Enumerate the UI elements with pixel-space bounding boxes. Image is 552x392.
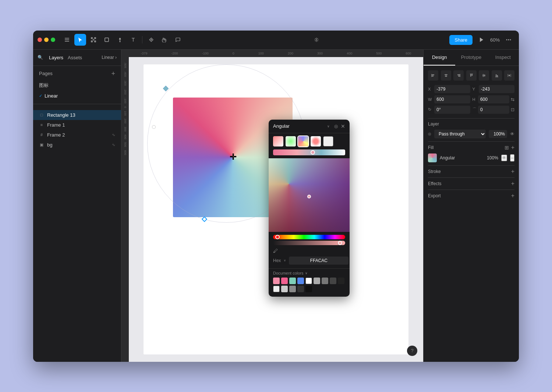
layer-item-rectangle13[interactable]: □ Rectangle 13	[33, 110, 121, 120]
blend-mode-select[interactable]: Pass through	[434, 130, 486, 138]
hand-tool-button[interactable]	[159, 34, 170, 46]
gradient-type-linear[interactable]	[273, 136, 283, 146]
corner-property: ⌒ ⊡	[473, 106, 515, 114]
color-picker-gradient-area[interactable]	[269, 158, 350, 232]
doc-swatch-8[interactable]	[338, 278, 344, 284]
color-picker-options-icon[interactable]: ◎	[334, 124, 338, 129]
effects-add-button[interactable]: +	[511, 181, 514, 187]
tab-design[interactable]: Design	[424, 50, 455, 66]
h-input[interactable]	[478, 95, 509, 103]
fill-add-plus-button[interactable]: +	[511, 145, 514, 151]
rotation-input[interactable]	[434, 106, 470, 114]
align-bottom-button[interactable]	[492, 70, 502, 81]
doc-swatch-7[interactable]	[330, 278, 336, 284]
align-left-button[interactable]	[428, 70, 438, 81]
doc-swatch-11[interactable]	[289, 286, 296, 292]
hex-input[interactable]	[289, 257, 348, 265]
gradient-type-diamond[interactable]	[311, 136, 321, 146]
layer-name-frame1: Frame 1	[47, 122, 115, 128]
hex-dropdown-icon[interactable]: ∨	[284, 259, 286, 262]
color-picker-title: Angular	[273, 123, 327, 129]
zoom-display[interactable]: 60%	[490, 37, 500, 43]
color-picker-chevron-icon: ∨	[327, 124, 330, 128]
document-colors-label[interactable]: Document colors ∨	[273, 271, 345, 275]
move-cursor-icon[interactable]: ✛	[230, 152, 236, 162]
svg-point-13	[506, 39, 507, 40]
doc-swatch-0[interactable]	[273, 278, 280, 284]
export-add-button[interactable]: +	[511, 193, 514, 199]
layer-item-frame1[interactable]: ≡ Frame 1	[33, 120, 121, 130]
y-input[interactable]	[479, 85, 514, 93]
doc-swatch-3[interactable]	[297, 278, 304, 284]
minimize-button[interactable]	[44, 38, 49, 42]
stroke-add-button[interactable]: +	[511, 169, 514, 174]
doc-swatch-12[interactable]	[297, 286, 304, 292]
layer-item-bg[interactable]: ▣ bg ∿	[33, 140, 121, 150]
traffic-lights	[38, 38, 55, 42]
tab-layers[interactable]: Layers	[49, 54, 63, 61]
align-right-button[interactable]	[453, 70, 464, 81]
doc-swatch-1[interactable]	[281, 278, 288, 284]
close-button[interactable]	[38, 38, 42, 42]
select-tool-button[interactable]	[74, 34, 86, 46]
expand-corners-button[interactable]: ⊡	[511, 107, 514, 112]
doc-swatch-10[interactable]	[281, 286, 288, 292]
hue-thumb[interactable]	[275, 235, 280, 239]
fill-swatch[interactable]	[428, 153, 437, 162]
title-right: Share 60%	[449, 34, 514, 46]
gradient-type-solid[interactable]	[323, 136, 333, 146]
fill-add-button[interactable]: ⊞	[505, 145, 509, 151]
fill-remove-button[interactable]: −	[510, 154, 514, 162]
w-input[interactable]	[434, 95, 470, 103]
layer-opacity-input[interactable]	[489, 130, 507, 138]
gradient-type-radial[interactable]	[286, 136, 296, 146]
tab-prototype[interactable]: Prototype	[455, 50, 487, 66]
comment-tool-button[interactable]	[172, 34, 184, 46]
doc-swatch-5[interactable]	[314, 278, 320, 284]
gradient-handle-arc[interactable]	[152, 125, 156, 129]
layer-visibility-icon[interactable]: 👁	[510, 131, 514, 137]
doc-swatch-9[interactable]	[273, 286, 280, 292]
eyedropper-icon[interactable]: 🖊	[273, 248, 278, 254]
gradient-stop-1[interactable]	[311, 150, 315, 155]
breadcrumb[interactable]: Linear ›	[102, 55, 117, 60]
shape-tool-button[interactable]	[101, 34, 113, 46]
hue-slider[interactable]	[273, 235, 345, 239]
menu-button[interactable]	[61, 34, 73, 46]
distribute-h-button[interactable]	[504, 70, 514, 81]
gradient-type-angular[interactable]	[298, 136, 308, 146]
alpha-thumb[interactable]	[338, 241, 342, 245]
maximize-button[interactable]	[51, 38, 55, 42]
tab-assets[interactable]: Assets	[68, 54, 82, 61]
canvas-area[interactable]: -379-200-1000100200300400500600 -505 -40…	[121, 50, 423, 362]
page-item-1[interactable]: ✓ Linear	[33, 91, 121, 101]
help-button[interactable]: ?	[407, 346, 417, 356]
pen-tool-button[interactable]	[114, 34, 126, 46]
page-item-0[interactable]: 图标	[33, 80, 121, 91]
doc-swatch-4[interactable]	[305, 278, 312, 284]
text-tool-button[interactable]: T	[127, 34, 139, 46]
gradient-stop-bar[interactable]	[273, 149, 345, 155]
canvas-content[interactable]: ✛ Angular ∨ ◎ ✕	[129, 57, 423, 362]
component-button[interactable]	[145, 34, 157, 46]
doc-swatch-6[interactable]	[322, 278, 328, 284]
layer-item-frame2[interactable]: # Frame 2 ∿	[33, 130, 121, 140]
tab-inspect[interactable]: Inspect	[487, 50, 519, 66]
align-center-h-button[interactable]	[441, 70, 451, 81]
corner-input[interactable]	[478, 106, 509, 114]
x-input[interactable]	[434, 85, 470, 93]
align-top-button[interactable]	[466, 70, 477, 81]
play-button[interactable]	[475, 34, 487, 46]
frame-tool-button[interactable]	[88, 34, 99, 46]
doc-swatch-13[interactable]	[305, 286, 312, 292]
constrain-proportions-button[interactable]: ⇆	[511, 97, 514, 102]
add-page-button[interactable]: +	[111, 70, 115, 77]
fill-visibility-button[interactable]: 👁	[501, 155, 507, 161]
color-picker-close-button[interactable]: ✕	[341, 123, 345, 129]
alpha-slider[interactable]	[273, 241, 345, 245]
more-options-button[interactable]	[503, 34, 514, 46]
align-center-v-button[interactable]	[479, 70, 489, 81]
svg-rect-33	[497, 75, 498, 77]
share-button[interactable]: Share	[449, 35, 473, 45]
doc-swatch-2[interactable]	[289, 278, 296, 284]
